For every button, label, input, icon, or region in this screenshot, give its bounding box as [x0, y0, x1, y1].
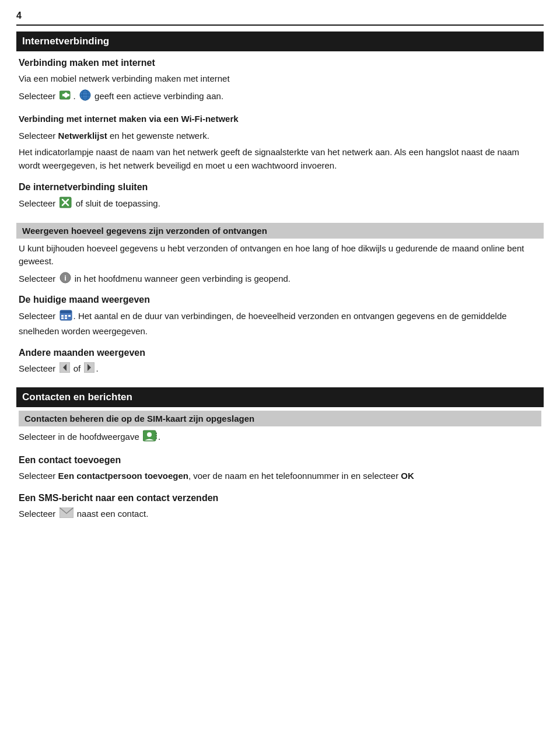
- info-icon: i: [60, 272, 71, 288]
- svg-rect-16: [65, 315, 67, 317]
- text-mobiel-netwerk: Via een mobiel netwerk verbinding maken …: [19, 72, 541, 86]
- svg-rect-17: [68, 315, 71, 317]
- top-rule: [16, 24, 544, 26]
- arrow-right-icon: [84, 362, 94, 377]
- svg-rect-28: [156, 438, 157, 439]
- close-icon: [60, 197, 72, 212]
- section-internetverbinding: Internetverbinding Verbinding maken met …: [16, 32, 544, 212]
- text-contact-toevoegen: Selecteer Een contactpersoon toevoegen, …: [19, 470, 541, 483]
- arrow-left-icon: [60, 362, 70, 377]
- subsection-andere-maanden: Andere maanden weergeven Selecteer of: [19, 346, 541, 377]
- content-weergeven: U kunt bijhouden hoeveel gegevens u hebt…: [16, 242, 544, 377]
- subsection-sms-verzenden: Een SMS-bericht naar een contact verzend…: [19, 491, 541, 522]
- content-contacten: Contacten beheren die op de SIM-kaart zi…: [16, 411, 544, 522]
- text-contactpersoon-toevoegen-bold: Een contactpersoon toevoegen: [58, 471, 188, 481]
- section-contacten: Contacten en berichten Contacten beheren…: [16, 387, 544, 522]
- svg-rect-14: [60, 310, 72, 313]
- contacts-icon: [143, 430, 157, 446]
- text-selecteer-sluiten: Selecteer of sluit de toepassing.: [19, 197, 541, 212]
- subheading-huidige-maand: De huidige maand weergeven: [19, 293, 541, 307]
- envelope-icon: [60, 508, 74, 522]
- text-huidige-maand: Selecteer . Het aantal en de duur van ve…: [19, 309, 541, 338]
- text-selecteer-info: Selecteer i in het hoofdmenu wanneer gee…: [19, 272, 541, 288]
- subheading-contact-toevoegen: Een contact toevoegen: [19, 453, 541, 467]
- subsection-verbinding-maken: Verbinding maken met internet Via een mo…: [19, 56, 541, 104]
- content-internetverbinding: Verbinding maken met internet Via een mo…: [16, 56, 544, 212]
- globe-icon: [79, 89, 91, 105]
- text-sms: Selecteer naast een contact.: [19, 508, 541, 522]
- text-wifi-header: Verbinding met internet maken via een Wi…: [19, 113, 541, 126]
- svg-point-25: [147, 432, 152, 437]
- calendar-icon: [60, 309, 72, 325]
- section-header-weergeven: Weergeven hoeveel gegevens zijn verzonde…: [16, 223, 544, 239]
- subsection-contacten-beheren: Contacten beheren die op de SIM-kaart zi…: [19, 411, 541, 446]
- svg-rect-18: [61, 317, 64, 319]
- text-indicator: Het indicatorlampje naast de naam van he…: [19, 146, 541, 172]
- text-andere-maanden: Selecteer of .: [19, 362, 541, 377]
- text-netwerklijst-bold: Netwerklijst: [58, 131, 107, 141]
- subheading-andere-maanden: Andere maanden weergeven: [19, 346, 541, 360]
- text-wifi-bold: Verbinding met internet maken via een Wi…: [19, 114, 239, 124]
- text-netwerklijst: Selecteer Netwerklijst en het gewenste n…: [19, 130, 541, 143]
- page-container: 4 Internetverbinding Verbinding maken me…: [0, 0, 560, 548]
- section-header-internetverbinding: Internetverbinding: [16, 32, 544, 51]
- text-selecteer-exchange: Selecteer .: [19, 89, 541, 105]
- svg-rect-27: [156, 435, 157, 436]
- section-header-contacten: Contacten en berichten: [16, 387, 544, 407]
- svg-rect-19: [65, 317, 67, 319]
- subheading-sluiten: De internetverbinding sluiten: [19, 180, 541, 194]
- svg-rect-15: [61, 315, 64, 317]
- subheading-sms-verzenden: Een SMS-bericht naar een contact verzend…: [19, 491, 541, 505]
- subsection-contact-toevoegen: Een contact toevoegen Selecteer Een cont…: [19, 453, 541, 483]
- subheader-contacten-beheren: Contacten beheren die op de SIM-kaart zi…: [19, 411, 541, 426]
- subsection-huidige-maand: De huidige maand weergeven Selecteer: [19, 293, 541, 338]
- section-weergeven: Weergeven hoeveel gegevens zijn verzonde…: [16, 223, 544, 377]
- subsection-wifi: Verbinding met internet maken via een Wi…: [19, 113, 541, 172]
- text-bijhouden: U kunt bijhouden hoeveel gegevens u hebt…: [19, 242, 541, 268]
- subheading-verbinding-maken: Verbinding maken met internet: [19, 56, 541, 70]
- svg-rect-26: [156, 433, 157, 434]
- text-hoofdweergave: Selecteer in de hoofdweergave .: [19, 430, 541, 446]
- svg-text:i: i: [64, 274, 66, 282]
- subsection-sluiten: De internetverbinding sluiten Selecteer …: [19, 180, 541, 212]
- exchange-icon: [60, 90, 72, 104]
- text-ok-bold: OK: [401, 471, 414, 481]
- page-number: 4: [16, 10, 544, 21]
